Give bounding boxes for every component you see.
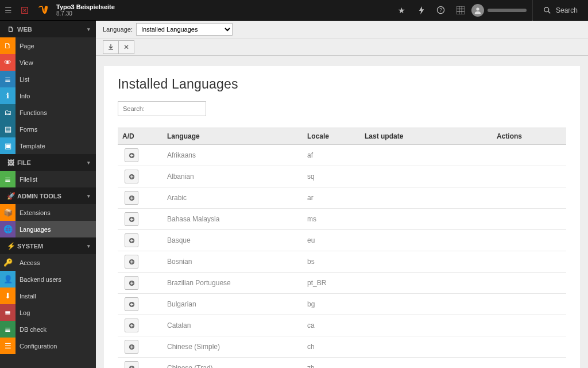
activate-language-button[interactable] <box>125 319 138 332</box>
cell-language: Bahasa Malaysia <box>163 209 303 230</box>
global-search[interactable]: Search <box>532 0 588 21</box>
cell-language: Albanian <box>163 166 303 187</box>
chevron-down-icon: ▾ <box>87 193 90 199</box>
avatar-icon <box>471 4 484 17</box>
site-info: Typo3 Beispielseite 8.7.30 <box>56 3 115 17</box>
table-row: Arabicar <box>118 187 566 209</box>
cell-last-update <box>360 315 492 336</box>
module-page[interactable]: 🗋Page <box>0 37 96 54</box>
table-row: Basqueeu <box>118 230 566 251</box>
table-row: Bosnianbs <box>118 251 566 273</box>
download-all-button[interactable] <box>103 40 119 54</box>
module-access[interactable]: 🔑Access <box>0 254 96 271</box>
activate-language-button[interactable] <box>125 340 138 354</box>
application-icon[interactable] <box>451 0 470 21</box>
configuration-icon: ☰ <box>0 338 16 354</box>
module-label: Info <box>20 93 30 99</box>
module-group-file[interactable]: 🖼FILE▾ <box>0 154 96 171</box>
module-filelist[interactable]: ≣Filelist <box>0 171 96 187</box>
cell-locale: ca <box>303 315 360 336</box>
th-last-update[interactable]: Last update <box>360 128 492 145</box>
module-label: Install <box>20 293 36 300</box>
user-menu[interactable] <box>470 0 532 21</box>
module-template[interactable]: ▣Template <box>0 137 96 154</box>
install-icon: ⬇ <box>0 288 16 304</box>
cell-actions <box>492 294 566 315</box>
info-icon: ℹ <box>0 87 16 104</box>
module-info[interactable]: ℹInfo <box>0 87 96 104</box>
cell-last-update <box>360 251 492 273</box>
language-selector-label: Language: <box>103 26 133 33</box>
bookmark-icon[interactable]: ★ <box>392 0 412 21</box>
cell-language: Chinese (Trad) <box>163 358 303 369</box>
cell-last-update <box>360 166 492 187</box>
table-row: Catalanca <box>118 315 566 336</box>
activate-language-button[interactable] <box>125 233 138 247</box>
module-extensions[interactable]: 📦Extensions <box>0 204 96 221</box>
cell-language: Afrikaans <box>163 145 303 166</box>
activate-language-button[interactable] <box>125 255 138 269</box>
cell-actions <box>492 336 566 358</box>
cell-language: Bosnian <box>163 251 303 273</box>
module-list[interactable]: ≣List <box>0 71 96 87</box>
module-label: Template <box>20 143 45 150</box>
module-dbcheck[interactable]: ≣DB check <box>0 321 96 338</box>
chevron-down-icon: ▾ <box>87 26 90 32</box>
table-row: Chinese (Simple)ch <box>118 336 566 358</box>
th-language[interactable]: Language <box>163 128 303 145</box>
clear-cache-icon[interactable] <box>16 0 33 21</box>
language-selector[interactable]: Installed Languages <box>136 23 233 36</box>
module-sidebar: 🗋WEB▾🗋Page👁View≣ListℹInfo🗂Functions▤Form… <box>0 21 96 368</box>
th-actions[interactable]: Actions <box>492 128 566 145</box>
activate-language-button[interactable] <box>125 212 138 226</box>
module-view[interactable]: 👁View <box>0 54 96 71</box>
svg-line-10 <box>548 11 551 13</box>
menu-toggle-icon[interactable]: ☰ <box>0 6 16 15</box>
module-functions[interactable]: 🗂Functions <box>0 104 96 121</box>
languages-table: A/D Language Locale Last update Actions … <box>118 128 566 368</box>
log-icon: ≣ <box>0 304 16 321</box>
activate-language-button[interactable] <box>125 148 138 162</box>
activate-language-button[interactable] <box>125 361 138 368</box>
cell-actions <box>492 166 566 187</box>
module-label: Access <box>20 259 40 266</box>
activate-language-button[interactable] <box>125 191 138 205</box>
cell-locale: bs <box>303 251 360 273</box>
cell-language: Basque <box>163 230 303 251</box>
page-title: Installed Languages <box>118 76 566 92</box>
module-install[interactable]: ⬇Install <box>0 288 96 304</box>
chevron-down-icon: ▾ <box>87 243 90 249</box>
module-beusers[interactable]: 👤Backend users <box>0 271 96 288</box>
module-languages[interactable]: 🌐Languages <box>0 221 96 237</box>
module-configuration[interactable]: ☰Configuration <box>0 338 96 354</box>
module-log[interactable]: ≣Log <box>0 304 96 321</box>
th-locale[interactable]: Locale <box>303 128 360 145</box>
main-scroll[interactable]: Installed Languages A/D Language Locale … <box>104 66 580 368</box>
activate-language-button[interactable] <box>125 297 138 311</box>
module-group-web[interactable]: 🗋WEB▾ <box>0 21 96 37</box>
cell-language: Bulgarian <box>163 294 303 315</box>
template-icon: ▣ <box>0 137 16 154</box>
dbcheck-icon: ≣ <box>0 321 16 338</box>
cancel-button[interactable]: ✕ <box>118 40 134 54</box>
flash-icon[interactable] <box>412 0 431 21</box>
module-forms[interactable]: ▤Forms <box>0 121 96 137</box>
module-group-label: SYSTEM <box>17 243 43 250</box>
module-label: Configuration <box>20 343 57 350</box>
cell-locale: zh <box>303 358 360 369</box>
cell-locale: ms <box>303 209 360 230</box>
activate-language-button[interactable] <box>125 276 138 290</box>
module-group-admintools[interactable]: 🚀ADMIN TOOLS▾ <box>0 187 96 204</box>
language-search-input[interactable] <box>118 101 206 116</box>
svg-rect-3 <box>457 6 465 14</box>
svg-text:?: ? <box>440 7 443 13</box>
cell-actions <box>492 273 566 294</box>
th-ad[interactable]: A/D <box>118 128 163 145</box>
cell-last-update <box>360 187 492 209</box>
docheader: Language: Installed Languages ✕ <box>96 21 588 56</box>
activate-language-button[interactable] <box>125 170 138 183</box>
module-group-system[interactable]: ⚡SYSTEM▾ <box>0 237 96 254</box>
help-icon[interactable]: ? <box>431 0 451 21</box>
cell-locale: ch <box>303 336 360 358</box>
table-row: Bulgarianbg <box>118 294 566 315</box>
